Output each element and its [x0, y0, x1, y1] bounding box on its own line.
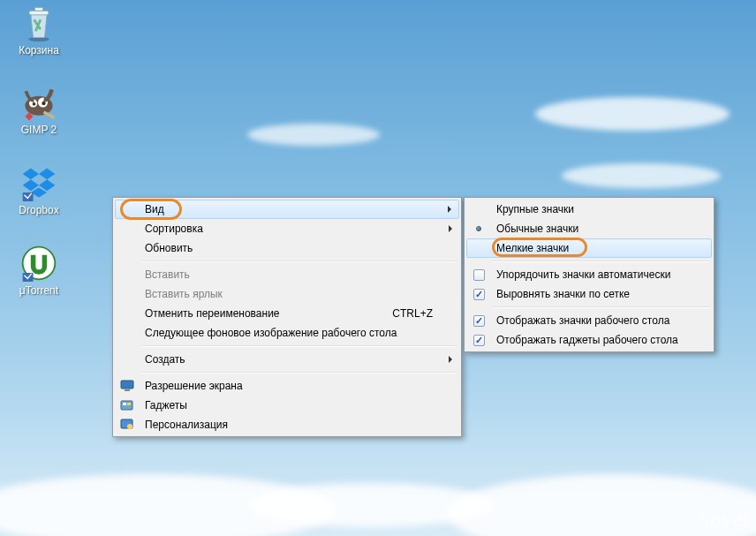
dropbox-icon: [19, 163, 58, 202]
menu-separator: [141, 372, 457, 374]
watermark-bottom: Sovet: [697, 510, 750, 530]
svg-point-19: [127, 424, 132, 429]
menu-item-gadgets[interactable]: Гаджеты: [115, 396, 459, 415]
menu-item-paste: Вставить: [115, 265, 459, 284]
gadgets-icon: [119, 397, 135, 413]
menu-item-label: Отображать гаджеты рабочего стола: [496, 334, 678, 346]
desktop-icon-utorrent[interactable]: μTorrent: [5, 244, 72, 297]
menu-item-shortcut: CTRL+Z: [392, 307, 433, 320]
checkbox-icon: [471, 332, 487, 348]
svg-rect-15: [121, 401, 132, 410]
menu-item-label: Создать: [145, 353, 185, 366]
menu-item-auto-arrange[interactable]: Упорядочить значки автоматически: [466, 265, 712, 284]
menu-item-large-icons[interactable]: Крупные значки: [466, 200, 712, 219]
watermark: club Sovet: [696, 498, 749, 530]
svg-rect-17: [127, 403, 131, 405]
menu-item-label: Сортировка: [145, 223, 203, 235]
menu-item-next-background[interactable]: Следующее фоновое изображение рабочего с…: [115, 323, 459, 343]
context-menu-main: Вид Сортировка Обновить Вставить Вставит…: [112, 197, 462, 437]
menu-item-sort[interactable]: Сортировка: [115, 219, 459, 238]
menu-item-label: Гаджеты: [145, 399, 187, 411]
svg-rect-1: [29, 11, 49, 15]
utorrent-icon: [19, 244, 58, 283]
desktop-icon-label: GIMP 2: [5, 124, 72, 136]
svg-rect-13: [121, 381, 133, 389]
menu-item-refresh[interactable]: Обновить: [115, 238, 459, 258]
personalize-icon: [119, 417, 135, 433]
menu-item-small-icons[interactable]: Мелкие значки: [466, 238, 712, 258]
svg-rect-16: [123, 403, 126, 405]
recycle-bin-icon: [19, 4, 58, 42]
menu-separator: [493, 260, 710, 262]
svg-point-6: [33, 102, 36, 106]
menu-item-label: Вставить ярлык: [145, 288, 223, 300]
menu-item-label: Отображать значки рабочего стола: [496, 314, 669, 327]
desktop-icon-label: Dropbox: [5, 204, 72, 216]
desktop-icon-dropbox[interactable]: Dropbox: [5, 163, 72, 216]
menu-item-create[interactable]: Создать: [115, 350, 459, 369]
checkbox-icon: [471, 313, 487, 328]
menu-item-label: Разрешение экрана: [145, 380, 243, 392]
radio-bullet-icon: [471, 221, 487, 237]
menu-item-label: Отменить переименование: [145, 307, 280, 320]
menu-item-label: Обычные значки: [496, 223, 578, 235]
menu-item-label: Крупные значки: [496, 203, 574, 215]
menu-item-label: Вставить: [145, 268, 190, 281]
desktop-icon-gimp[interactable]: GIMP 2: [5, 83, 72, 136]
menu-item-label: Выровнять значки по сетке: [496, 288, 630, 300]
checkbox-icon: [471, 267, 487, 283]
desktop-icon-label: μTorrent: [5, 284, 72, 297]
menu-item-show-gadgets[interactable]: Отображать гаджеты рабочего стола: [466, 330, 712, 350]
menu-item-view[interactable]: Вид: [115, 200, 459, 219]
menu-item-label: Следующее фоновое изображение рабочего с…: [145, 327, 397, 339]
menu-item-show-desktop-icons[interactable]: Отображать значки рабочего стола: [466, 311, 712, 330]
menu-item-label: Мелкие значки: [496, 242, 569, 254]
checkbox-icon: [471, 286, 487, 302]
menu-item-snap-to-grid[interactable]: Выровнять значки по сетке: [466, 284, 712, 304]
menu-separator: [493, 306, 710, 308]
menu-separator: [141, 345, 457, 347]
menu-item-paste-shortcut: Вставить ярлык: [115, 284, 459, 304]
menu-item-label: Упорядочить значки автоматически: [496, 268, 670, 281]
menu-item-medium-icons[interactable]: Обычные значки: [466, 219, 712, 238]
submenu-arrow-icon: [448, 206, 451, 213]
desktop-icon-label: Корзина: [5, 44, 72, 57]
monitor-icon: [119, 378, 135, 394]
desktop-icon-recycle-bin[interactable]: Корзина: [5, 4, 72, 57]
menu-item-label: Обновить: [145, 242, 193, 254]
menu-item-label: Персонализация: [145, 419, 228, 431]
menu-item-resolution[interactable]: Разрешение экрана: [115, 376, 459, 396]
context-menu-view: Крупные значки Обычные значки Мелкие зна…: [464, 197, 714, 352]
submenu-arrow-icon: [449, 225, 452, 232]
svg-rect-2: [34, 8, 42, 11]
submenu-arrow-icon: [449, 356, 452, 363]
menu-item-label: Вид: [145, 203, 164, 215]
svg-rect-14: [125, 389, 130, 391]
menu-item-personalize[interactable]: Персонализация: [115, 415, 459, 434]
gimp-icon: [19, 83, 58, 122]
menu-item-undo-rename[interactable]: Отменить переименование CTRL+Z: [115, 304, 459, 323]
menu-separator: [141, 260, 457, 262]
